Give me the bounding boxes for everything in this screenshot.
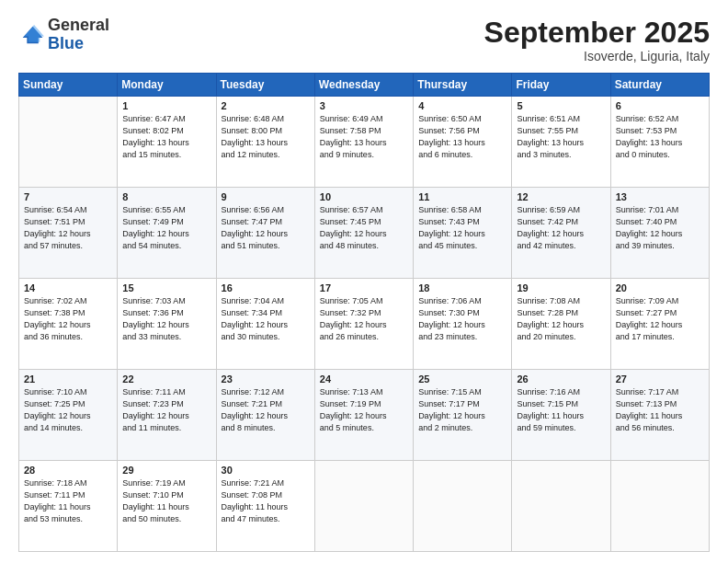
page: General Blue September 2025 Isoverde, Li… bbox=[0, 0, 728, 563]
day-cell: 21Sunrise: 7:10 AM Sunset: 7:25 PM Dayli… bbox=[19, 370, 118, 461]
title-block: September 2025 Isoverde, Liguria, Italy bbox=[484, 17, 710, 63]
day-cell: 17Sunrise: 7:05 AM Sunset: 7:32 PM Dayli… bbox=[314, 279, 413, 370]
day-cell: 5Sunrise: 6:51 AM Sunset: 7:55 PM Daylig… bbox=[512, 97, 610, 188]
day-info: Sunrise: 6:50 AM Sunset: 7:56 PM Dayligh… bbox=[418, 113, 506, 161]
week-row-1: 1Sunrise: 6:47 AM Sunset: 8:02 PM Daylig… bbox=[19, 97, 710, 188]
day-cell: 29Sunrise: 7:19 AM Sunset: 7:10 PM Dayli… bbox=[118, 461, 216, 552]
day-info: Sunrise: 7:02 AM Sunset: 7:38 PM Dayligh… bbox=[24, 295, 112, 343]
day-info: Sunrise: 6:57 AM Sunset: 7:45 PM Dayligh… bbox=[320, 204, 408, 252]
day-info: Sunrise: 7:19 AM Sunset: 7:10 PM Dayligh… bbox=[122, 477, 210, 525]
day-cell bbox=[314, 461, 413, 552]
day-number: 3 bbox=[320, 100, 408, 111]
day-info: Sunrise: 7:12 AM Sunset: 7:21 PM Dayligh… bbox=[222, 386, 310, 434]
day-cell: 7Sunrise: 6:54 AM Sunset: 7:51 PM Daylig… bbox=[19, 188, 118, 279]
day-info: Sunrise: 7:01 AM Sunset: 7:40 PM Dayligh… bbox=[616, 204, 704, 252]
col-header-friday: Friday bbox=[512, 74, 610, 97]
day-number: 30 bbox=[222, 465, 310, 476]
logo: General Blue bbox=[18, 17, 109, 53]
calendar-table: SundayMondayTuesdayWednesdayThursdayFrid… bbox=[18, 73, 710, 552]
day-info: Sunrise: 6:47 AM Sunset: 8:02 PM Dayligh… bbox=[122, 113, 210, 161]
day-info: Sunrise: 7:16 AM Sunset: 7:15 PM Dayligh… bbox=[517, 386, 605, 434]
week-row-5: 28Sunrise: 7:18 AM Sunset: 7:11 PM Dayli… bbox=[19, 461, 710, 552]
col-header-wednesday: Wednesday bbox=[314, 74, 413, 97]
day-info: Sunrise: 7:10 AM Sunset: 7:25 PM Dayligh… bbox=[24, 386, 112, 434]
day-cell: 12Sunrise: 6:59 AM Sunset: 7:42 PM Dayli… bbox=[512, 188, 610, 279]
day-cell: 14Sunrise: 7:02 AM Sunset: 7:38 PM Dayli… bbox=[19, 279, 118, 370]
day-number: 11 bbox=[418, 191, 506, 202]
day-info: Sunrise: 7:08 AM Sunset: 7:28 PM Dayligh… bbox=[517, 295, 605, 343]
day-number: 22 bbox=[122, 373, 210, 385]
day-number: 6 bbox=[616, 100, 704, 111]
day-number: 19 bbox=[517, 282, 605, 293]
day-cell bbox=[610, 461, 709, 552]
day-cell: 22Sunrise: 7:11 AM Sunset: 7:23 PM Dayli… bbox=[118, 370, 216, 461]
day-info: Sunrise: 7:18 AM Sunset: 7:11 PM Dayligh… bbox=[24, 477, 112, 525]
day-cell: 18Sunrise: 7:06 AM Sunset: 7:30 PM Dayli… bbox=[414, 279, 512, 370]
day-number: 20 bbox=[616, 282, 704, 293]
day-info: Sunrise: 6:58 AM Sunset: 7:43 PM Dayligh… bbox=[418, 204, 506, 252]
day-number: 25 bbox=[418, 373, 506, 385]
day-cell: 2Sunrise: 6:48 AM Sunset: 8:00 PM Daylig… bbox=[216, 97, 314, 188]
logo-general: General bbox=[48, 16, 109, 34]
day-number: 7 bbox=[24, 191, 112, 202]
day-info: Sunrise: 7:06 AM Sunset: 7:30 PM Dayligh… bbox=[418, 295, 506, 343]
day-info: Sunrise: 6:59 AM Sunset: 7:42 PM Dayligh… bbox=[517, 204, 605, 252]
day-cell bbox=[512, 461, 610, 552]
day-cell: 10Sunrise: 6:57 AM Sunset: 7:45 PM Dayli… bbox=[314, 188, 413, 279]
day-number: 18 bbox=[418, 282, 506, 293]
day-number: 1 bbox=[122, 100, 210, 111]
day-info: Sunrise: 7:21 AM Sunset: 7:08 PM Dayligh… bbox=[222, 477, 310, 525]
day-info: Sunrise: 6:49 AM Sunset: 7:58 PM Dayligh… bbox=[320, 113, 408, 161]
header: General Blue September 2025 Isoverde, Li… bbox=[18, 17, 710, 63]
day-cell: 30Sunrise: 7:21 AM Sunset: 7:08 PM Dayli… bbox=[216, 461, 314, 552]
logo-icon bbox=[18, 22, 44, 48]
col-header-thursday: Thursday bbox=[414, 74, 512, 97]
day-info: Sunrise: 6:54 AM Sunset: 7:51 PM Dayligh… bbox=[24, 204, 112, 252]
day-cell: 23Sunrise: 7:12 AM Sunset: 7:21 PM Dayli… bbox=[216, 370, 314, 461]
day-cell: 20Sunrise: 7:09 AM Sunset: 7:27 PM Dayli… bbox=[610, 279, 709, 370]
day-cell: 4Sunrise: 6:50 AM Sunset: 7:56 PM Daylig… bbox=[414, 97, 512, 188]
day-cell: 11Sunrise: 6:58 AM Sunset: 7:43 PM Dayli… bbox=[414, 188, 512, 279]
week-row-2: 7Sunrise: 6:54 AM Sunset: 7:51 PM Daylig… bbox=[19, 188, 710, 279]
day-number: 26 bbox=[517, 373, 605, 385]
day-number: 24 bbox=[320, 373, 408, 385]
col-header-saturday: Saturday bbox=[610, 74, 709, 97]
day-info: Sunrise: 6:56 AM Sunset: 7:47 PM Dayligh… bbox=[222, 204, 310, 252]
day-cell: 9Sunrise: 6:56 AM Sunset: 7:47 PM Daylig… bbox=[216, 188, 314, 279]
day-cell: 15Sunrise: 7:03 AM Sunset: 7:36 PM Dayli… bbox=[118, 279, 216, 370]
day-number: 16 bbox=[222, 282, 310, 293]
day-number: 2 bbox=[222, 100, 310, 111]
day-info: Sunrise: 7:05 AM Sunset: 7:32 PM Dayligh… bbox=[320, 295, 408, 343]
location: Isoverde, Liguria, Italy bbox=[484, 49, 710, 63]
day-number: 4 bbox=[418, 100, 506, 111]
day-cell: 26Sunrise: 7:16 AM Sunset: 7:15 PM Dayli… bbox=[512, 370, 610, 461]
day-cell bbox=[414, 461, 512, 552]
day-number: 15 bbox=[122, 282, 210, 293]
day-number: 5 bbox=[517, 100, 605, 111]
logo-text: General Blue bbox=[48, 17, 109, 53]
day-number: 8 bbox=[122, 191, 210, 202]
day-cell: 27Sunrise: 7:17 AM Sunset: 7:13 PM Dayli… bbox=[610, 370, 709, 461]
logo-blue: Blue bbox=[48, 34, 84, 52]
day-cell bbox=[19, 97, 118, 188]
day-info: Sunrise: 6:55 AM Sunset: 7:49 PM Dayligh… bbox=[122, 204, 210, 252]
day-cell: 1Sunrise: 6:47 AM Sunset: 8:02 PM Daylig… bbox=[118, 97, 216, 188]
week-row-4: 21Sunrise: 7:10 AM Sunset: 7:25 PM Dayli… bbox=[19, 370, 710, 461]
day-info: Sunrise: 7:09 AM Sunset: 7:27 PM Dayligh… bbox=[616, 295, 704, 343]
col-header-monday: Monday bbox=[118, 74, 216, 97]
day-info: Sunrise: 6:48 AM Sunset: 8:00 PM Dayligh… bbox=[222, 113, 310, 161]
day-number: 27 bbox=[616, 373, 704, 385]
day-cell: 8Sunrise: 6:55 AM Sunset: 7:49 PM Daylig… bbox=[118, 188, 216, 279]
day-cell: 25Sunrise: 7:15 AM Sunset: 7:17 PM Dayli… bbox=[414, 370, 512, 461]
day-number: 10 bbox=[320, 191, 408, 202]
day-info: Sunrise: 7:15 AM Sunset: 7:17 PM Dayligh… bbox=[418, 386, 506, 434]
day-number: 14 bbox=[24, 282, 112, 293]
day-number: 9 bbox=[222, 191, 310, 202]
col-header-sunday: Sunday bbox=[19, 74, 118, 97]
day-number: 17 bbox=[320, 282, 408, 293]
day-info: Sunrise: 6:52 AM Sunset: 7:53 PM Dayligh… bbox=[616, 113, 704, 161]
day-info: Sunrise: 7:04 AM Sunset: 7:34 PM Dayligh… bbox=[222, 295, 310, 343]
day-info: Sunrise: 7:11 AM Sunset: 7:23 PM Dayligh… bbox=[122, 386, 210, 434]
day-number: 13 bbox=[616, 191, 704, 202]
day-cell: 3Sunrise: 6:49 AM Sunset: 7:58 PM Daylig… bbox=[314, 97, 413, 188]
